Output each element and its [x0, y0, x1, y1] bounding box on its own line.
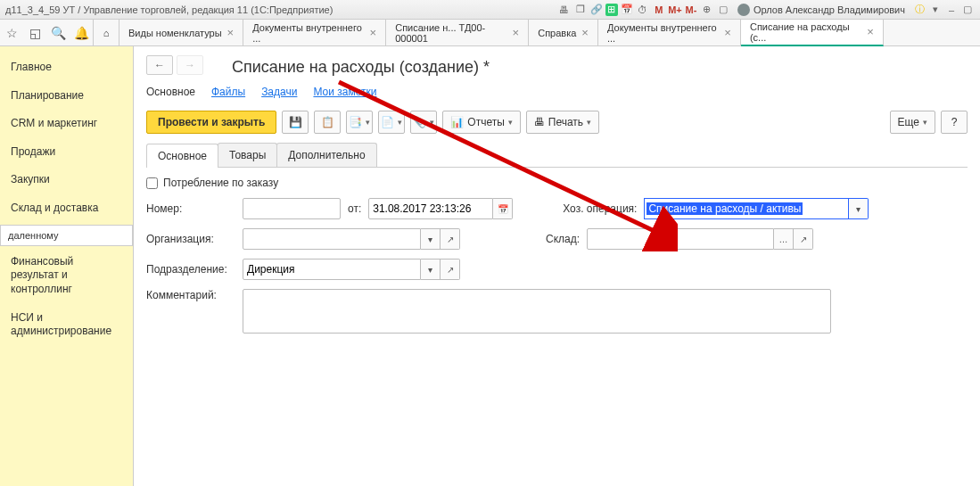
sidebar-item[interactable]: Главное: [0, 54, 133, 82]
link-notes[interactable]: Мои заметки: [313, 86, 376, 98]
link-main[interactable]: Основное: [146, 86, 195, 98]
label-operation: Хоз. операция:: [563, 202, 637, 215]
close-icon[interactable]: ×: [513, 26, 520, 39]
open-icon[interactable]: ↗: [441, 228, 460, 250]
create-based-button[interactable]: 📄▾: [378, 111, 405, 134]
tab-item[interactable]: Справка×: [529, 20, 598, 46]
info-icon[interactable]: ⓘ: [912, 3, 926, 17]
operation-field[interactable]: Списание на расходы / активы: [644, 198, 849, 219]
close-icon[interactable]: ×: [227, 26, 235, 39]
sidebar-item[interactable]: Продажи: [0, 138, 133, 167]
label-organization: Организация:: [146, 233, 235, 245]
home-tab[interactable]: ⌂: [93, 20, 119, 46]
sidebar-item[interactable]: Финансовый результат и контроллинг: [0, 248, 133, 304]
attach-button[interactable]: 📎▾: [410, 111, 437, 134]
tab-item[interactable]: Документы внутреннего ...×: [598, 20, 741, 46]
subtab-goods[interactable]: Товары: [218, 143, 277, 167]
consume-by-order-label: Потребление по заказу: [163, 177, 278, 189]
content-area: ← → Списание на расходы (создание) * Осн…: [134, 46, 980, 486]
sidebar-item[interactable]: НСИ и администрирование: [0, 304, 133, 346]
label-division: Подразделение:: [146, 263, 235, 276]
close-icon[interactable]: ×: [581, 26, 589, 39]
organization-field[interactable]: [243, 228, 421, 250]
copy-icon[interactable]: ❐: [573, 3, 588, 17]
dropdown-icon[interactable]: ▾: [928, 3, 943, 17]
dropdown-icon[interactable]: ▾: [849, 198, 869, 219]
post-button[interactable]: 📋: [314, 111, 341, 134]
minimize-icon[interactable]: –: [944, 3, 959, 17]
post-and-close-button[interactable]: Провести и закрыть: [146, 111, 276, 134]
calendar-icon[interactable]: 📅: [493, 198, 513, 219]
label-warehouse: Склад:: [546, 233, 580, 245]
titlebar-actions: 🖶 ❐ 🔗 ⊞ 📅 ⏱ M M+ M- ⊕ ▢ Орлов Александр …: [557, 3, 975, 17]
m-label[interactable]: M: [652, 3, 666, 17]
save-button[interactable]: 💾: [282, 111, 309, 134]
subtab-main[interactable]: Основное: [146, 144, 218, 168]
ellipsis-icon[interactable]: …: [774, 228, 794, 250]
structure-button[interactable]: 📑▾: [346, 111, 373, 134]
open-icon[interactable]: ↗: [794, 228, 813, 250]
close-icon[interactable]: ×: [867, 25, 874, 38]
tab-item[interactable]: Виды номенклатуры×: [119, 20, 243, 46]
maximize-icon[interactable]: ▢: [960, 3, 975, 17]
division-field[interactable]: [243, 259, 421, 280]
comment-field[interactable]: [243, 289, 831, 334]
link-tasks[interactable]: Задачи: [261, 86, 297, 98]
user-name: Орлов Александр Владимирович: [754, 4, 905, 15]
subtab-additional[interactable]: Дополнительно: [276, 143, 376, 167]
warehouse-field[interactable]: [587, 228, 774, 250]
top-toolbar: ☆ ◱ 🔍 🔔 ⌂ Виды номенклатуры× Документы в…: [0, 20, 980, 46]
title-bar: д11_3_4_59 УТ / Управление торговлей, ре…: [0, 0, 980, 20]
window-title: д11_3_4_59 УТ / Управление торговлей, ре…: [5, 4, 333, 15]
forward-button[interactable]: →: [177, 55, 203, 75]
sidebar-item-collapsed[interactable]: даленному: [0, 225, 133, 246]
date-field[interactable]: [368, 198, 493, 219]
back-button[interactable]: ←: [146, 55, 173, 75]
label-comment: Комментарий:: [146, 289, 235, 301]
tab-item[interactable]: Списание н... ТД00-000001×: [386, 20, 529, 46]
label-number: Номер:: [146, 202, 235, 215]
label-from: от:: [348, 202, 361, 215]
open-icon[interactable]: ↗: [441, 259, 460, 280]
link-icon[interactable]: 🔗: [589, 3, 604, 17]
number-field[interactable]: [243, 198, 341, 219]
calendar-icon[interactable]: 📅: [620, 3, 634, 17]
clock-icon[interactable]: ⏱: [636, 3, 650, 17]
section-links: Основное Файлы Задачи Мои заметки: [146, 86, 968, 98]
sidebar: Главное Планирование CRM и маркетинг Про…: [0, 46, 134, 486]
star-icon[interactable]: ☆: [0, 21, 23, 45]
help-button[interactable]: ?: [941, 111, 968, 134]
sidebar-item[interactable]: Планирование: [0, 82, 133, 111]
sidebar-item[interactable]: Закупки: [0, 166, 133, 194]
sidebar-item[interactable]: Склад и доставка: [0, 194, 133, 223]
bell-icon[interactable]: 🔔: [70, 21, 93, 45]
box-icon[interactable]: ▢: [716, 3, 730, 17]
target-icon[interactable]: ⊕: [700, 3, 714, 17]
user-chip[interactable]: Орлов Александр Владимирович: [732, 4, 910, 16]
tab-item-active[interactable]: Списание на расходы (с...×: [741, 20, 884, 46]
dropdown-icon[interactable]: ▾: [421, 259, 441, 280]
sidebar-item[interactable]: CRM и маркетинг: [0, 110, 133, 138]
dropdown-icon[interactable]: ▾: [421, 228, 441, 250]
calc-icon[interactable]: ⊞: [605, 4, 618, 16]
close-icon[interactable]: ×: [370, 26, 377, 39]
print-button[interactable]: 🖶 Печать ▾: [526, 111, 599, 134]
window-icon[interactable]: ◱: [23, 21, 46, 45]
page-title: Списание на расходы (создание) *: [232, 58, 490, 77]
tab-item[interactable]: Документы внутреннего ...×: [243, 20, 386, 46]
link-files[interactable]: Файлы: [211, 86, 245, 98]
m-minus-label[interactable]: M-: [684, 3, 698, 17]
more-button[interactable]: Еще ▾: [890, 111, 935, 134]
print-icon[interactable]: 🖶: [557, 3, 572, 17]
m-plus-label[interactable]: M+: [668, 3, 682, 17]
reports-button[interactable]: 📊 Отчеты ▾: [442, 111, 520, 134]
search-icon[interactable]: 🔍: [46, 21, 70, 45]
close-icon[interactable]: ×: [724, 26, 731, 39]
consume-by-order-checkbox[interactable]: [146, 177, 158, 189]
avatar: [737, 4, 750, 16]
sub-tabs: Основное Товары Дополнительно: [146, 143, 968, 168]
